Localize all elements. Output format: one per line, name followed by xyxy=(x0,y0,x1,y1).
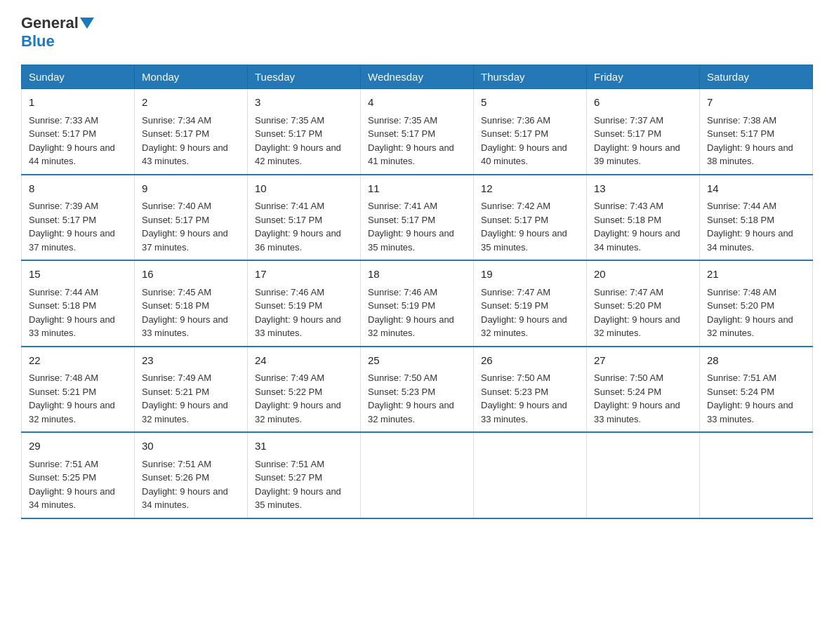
calendar-week-row: 22 Sunrise: 7:48 AMSunset: 5:21 PMDaylig… xyxy=(22,347,813,433)
day-number: 13 xyxy=(594,181,692,197)
calendar-day-cell: 1 Sunrise: 7:33 AMSunset: 5:17 PMDayligh… xyxy=(22,89,135,175)
day-info: Sunrise: 7:42 AMSunset: 5:17 PMDaylight:… xyxy=(481,201,567,253)
day-info: Sunrise: 7:47 AMSunset: 5:20 PMDaylight:… xyxy=(594,287,680,339)
day-info: Sunrise: 7:40 AMSunset: 5:17 PMDaylight:… xyxy=(142,201,228,253)
calendar-day-cell: 28 Sunrise: 7:51 AMSunset: 5:24 PMDaylig… xyxy=(700,347,813,433)
calendar-week-row: 29 Sunrise: 7:51 AMSunset: 5:25 PMDaylig… xyxy=(22,432,813,518)
calendar-day-cell: 27 Sunrise: 7:50 AMSunset: 5:24 PMDaylig… xyxy=(587,347,700,433)
day-info: Sunrise: 7:49 AMSunset: 5:21 PMDaylight:… xyxy=(142,373,228,424)
day-number: 25 xyxy=(368,353,466,369)
day-info: Sunrise: 7:34 AMSunset: 5:17 PMDaylight:… xyxy=(142,115,228,167)
day-number: 23 xyxy=(142,353,240,369)
calendar-table: SundayMondayTuesdayWednesdayThursdayFrid… xyxy=(21,65,813,519)
day-info: Sunrise: 7:43 AMSunset: 5:18 PMDaylight:… xyxy=(594,201,680,253)
calendar-day-cell: 16 Sunrise: 7:45 AMSunset: 5:18 PMDaylig… xyxy=(135,260,248,347)
calendar-day-cell: 18 Sunrise: 7:46 AMSunset: 5:19 PMDaylig… xyxy=(361,260,474,347)
calendar-day-cell: 3 Sunrise: 7:35 AMSunset: 5:17 PMDayligh… xyxy=(248,89,361,175)
day-info: Sunrise: 7:50 AMSunset: 5:23 PMDaylight:… xyxy=(368,373,454,424)
day-number: 7 xyxy=(707,95,805,111)
weekday-header-tuesday: Tuesday xyxy=(248,65,361,89)
logo: General Blue xyxy=(21,14,95,51)
calendar-day-cell: 29 Sunrise: 7:51 AMSunset: 5:25 PMDaylig… xyxy=(22,432,135,518)
day-number: 6 xyxy=(594,95,692,111)
weekday-header-saturday: Saturday xyxy=(700,65,813,89)
weekday-header-sunday: Sunday xyxy=(22,65,135,89)
day-number: 2 xyxy=(142,95,240,111)
calendar-day-cell: 25 Sunrise: 7:50 AMSunset: 5:23 PMDaylig… xyxy=(361,347,474,433)
page-header: General Blue xyxy=(21,14,813,51)
day-number: 16 xyxy=(142,267,240,283)
calendar-header: SundayMondayTuesdayWednesdayThursdayFrid… xyxy=(22,65,813,89)
day-info: Sunrise: 7:44 AMSunset: 5:18 PMDaylight:… xyxy=(707,201,793,253)
day-number: 4 xyxy=(368,95,466,111)
calendar-day-cell: 6 Sunrise: 7:37 AMSunset: 5:17 PMDayligh… xyxy=(587,89,700,175)
day-number: 11 xyxy=(368,181,466,197)
calendar-day-cell: 14 Sunrise: 7:44 AMSunset: 5:18 PMDaylig… xyxy=(700,175,813,261)
day-number: 17 xyxy=(255,267,353,283)
calendar-day-cell: 23 Sunrise: 7:49 AMSunset: 5:21 PMDaylig… xyxy=(135,347,248,433)
day-info: Sunrise: 7:51 AMSunset: 5:26 PMDaylight:… xyxy=(142,459,228,511)
calendar-day-cell: 31 Sunrise: 7:51 AMSunset: 5:27 PMDaylig… xyxy=(248,432,361,518)
calendar-day-cell xyxy=(361,432,474,518)
day-info: Sunrise: 7:37 AMSunset: 5:17 PMDaylight:… xyxy=(594,115,680,167)
day-info: Sunrise: 7:38 AMSunset: 5:17 PMDaylight:… xyxy=(707,115,793,167)
calendar-day-cell xyxy=(700,432,813,518)
calendar-day-cell: 20 Sunrise: 7:47 AMSunset: 5:20 PMDaylig… xyxy=(587,260,700,347)
logo-general-text: General xyxy=(21,14,79,32)
calendar-day-cell: 24 Sunrise: 7:49 AMSunset: 5:22 PMDaylig… xyxy=(248,347,361,433)
day-number: 18 xyxy=(368,267,466,283)
day-number: 19 xyxy=(481,267,579,283)
weekday-header-friday: Friday xyxy=(587,65,700,89)
day-number: 8 xyxy=(29,181,127,197)
day-info: Sunrise: 7:35 AMSunset: 5:17 PMDaylight:… xyxy=(255,115,341,167)
weekday-header-wednesday: Wednesday xyxy=(361,65,474,89)
logo-blue-text: Blue xyxy=(21,32,55,51)
calendar-day-cell: 2 Sunrise: 7:34 AMSunset: 5:17 PMDayligh… xyxy=(135,89,248,175)
calendar-day-cell: 4 Sunrise: 7:35 AMSunset: 5:17 PMDayligh… xyxy=(361,89,474,175)
day-number: 10 xyxy=(255,181,353,197)
day-info: Sunrise: 7:48 AMSunset: 5:20 PMDaylight:… xyxy=(707,287,793,339)
calendar-day-cell: 7 Sunrise: 7:38 AMSunset: 5:17 PMDayligh… xyxy=(700,89,813,175)
day-number: 31 xyxy=(255,438,353,455)
day-info: Sunrise: 7:51 AMSunset: 5:25 PMDaylight:… xyxy=(29,459,115,511)
calendar-day-cell: 10 Sunrise: 7:41 AMSunset: 5:17 PMDaylig… xyxy=(248,175,361,261)
day-info: Sunrise: 7:51 AMSunset: 5:24 PMDaylight:… xyxy=(707,373,793,424)
calendar-day-cell: 8 Sunrise: 7:39 AMSunset: 5:17 PMDayligh… xyxy=(22,175,135,261)
day-number: 21 xyxy=(707,267,805,283)
weekday-header-thursday: Thursday xyxy=(474,65,587,89)
day-info: Sunrise: 7:36 AMSunset: 5:17 PMDaylight:… xyxy=(481,115,567,167)
day-info: Sunrise: 7:41 AMSunset: 5:17 PMDaylight:… xyxy=(368,201,454,253)
calendar-day-cell: 26 Sunrise: 7:50 AMSunset: 5:23 PMDaylig… xyxy=(474,347,587,433)
day-number: 30 xyxy=(142,438,240,455)
calendar-week-row: 15 Sunrise: 7:44 AMSunset: 5:18 PMDaylig… xyxy=(22,260,813,347)
calendar-day-cell: 11 Sunrise: 7:41 AMSunset: 5:17 PMDaylig… xyxy=(361,175,474,261)
day-info: Sunrise: 7:41 AMSunset: 5:17 PMDaylight:… xyxy=(255,201,341,253)
calendar-day-cell: 12 Sunrise: 7:42 AMSunset: 5:17 PMDaylig… xyxy=(474,175,587,261)
day-info: Sunrise: 7:49 AMSunset: 5:22 PMDaylight:… xyxy=(255,373,341,424)
day-number: 9 xyxy=(142,181,240,197)
logo-arrow-icon xyxy=(80,18,94,29)
day-info: Sunrise: 7:44 AMSunset: 5:18 PMDaylight:… xyxy=(29,287,115,339)
day-number: 5 xyxy=(481,95,579,111)
day-number: 1 xyxy=(29,95,127,111)
day-number: 12 xyxy=(481,181,579,197)
calendar-week-row: 8 Sunrise: 7:39 AMSunset: 5:17 PMDayligh… xyxy=(22,175,813,261)
calendar-week-row: 1 Sunrise: 7:33 AMSunset: 5:17 PMDayligh… xyxy=(22,89,813,175)
day-info: Sunrise: 7:39 AMSunset: 5:17 PMDaylight:… xyxy=(29,201,115,253)
day-number: 15 xyxy=(29,267,127,283)
day-info: Sunrise: 7:47 AMSunset: 5:19 PMDaylight:… xyxy=(481,287,567,339)
calendar-body: 1 Sunrise: 7:33 AMSunset: 5:17 PMDayligh… xyxy=(22,89,813,518)
day-info: Sunrise: 7:35 AMSunset: 5:17 PMDaylight:… xyxy=(368,115,454,167)
day-info: Sunrise: 7:46 AMSunset: 5:19 PMDaylight:… xyxy=(255,287,341,339)
calendar-day-cell: 21 Sunrise: 7:48 AMSunset: 5:20 PMDaylig… xyxy=(700,260,813,347)
day-info: Sunrise: 7:50 AMSunset: 5:24 PMDaylight:… xyxy=(594,373,680,424)
calendar-day-cell: 15 Sunrise: 7:44 AMSunset: 5:18 PMDaylig… xyxy=(22,260,135,347)
calendar-day-cell: 9 Sunrise: 7:40 AMSunset: 5:17 PMDayligh… xyxy=(135,175,248,261)
calendar-day-cell: 30 Sunrise: 7:51 AMSunset: 5:26 PMDaylig… xyxy=(135,432,248,518)
calendar-day-cell xyxy=(474,432,587,518)
day-number: 28 xyxy=(707,353,805,369)
day-info: Sunrise: 7:51 AMSunset: 5:27 PMDaylight:… xyxy=(255,459,341,511)
day-number: 22 xyxy=(29,353,127,369)
calendar-day-cell: 22 Sunrise: 7:48 AMSunset: 5:21 PMDaylig… xyxy=(22,347,135,433)
day-number: 27 xyxy=(594,353,692,369)
